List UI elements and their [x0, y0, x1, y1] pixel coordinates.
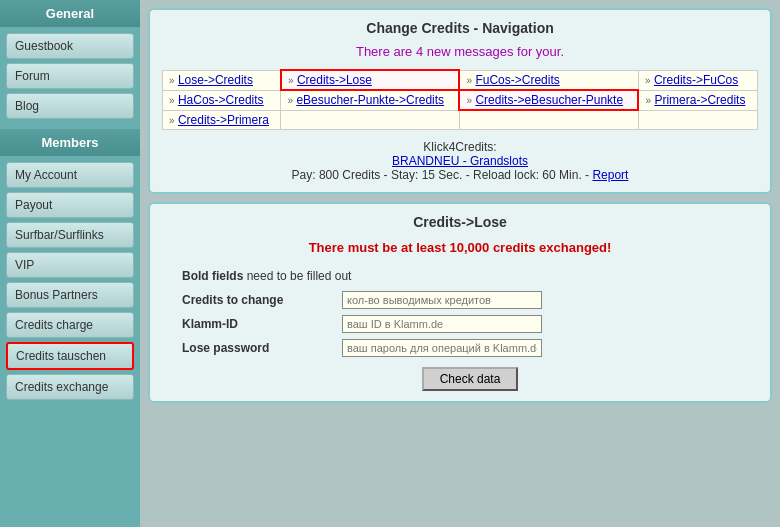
sidebar-item-credits-tauschen[interactable]: Credits tauschen — [6, 342, 134, 370]
nav-link-hacos-credits[interactable]: HaCos->Credits — [178, 93, 264, 107]
nav-link-credits-ebesucher[interactable]: Credits->eBesucher-Punkte — [475, 93, 623, 107]
nav-cell-primera-credits[interactable]: » Primera->Credits — [638, 90, 757, 110]
form-note-bold: Bold fields — [182, 269, 243, 283]
report-link[interactable]: Report — [592, 168, 628, 182]
nav-table: » Lose->Credits » Credits->Lose » FuCos-… — [162, 69, 758, 130]
sidebar-item-bonus-partners[interactable]: Bonus Partners — [6, 282, 134, 308]
nav-link-lose-credits[interactable]: Lose->Credits — [178, 73, 253, 87]
nav-link-ebesucher-credits[interactable]: eBesucher-Punkte->Credits — [296, 93, 444, 107]
prefix: » — [169, 95, 175, 106]
sidebar-item-vip[interactable]: VIP — [6, 252, 134, 278]
brand-link[interactable]: BRANDNEU - Grandslots — [392, 154, 528, 168]
main-content: Change Credits - Navigation There are 4 … — [140, 0, 780, 527]
sidebar-item-credits-exchange[interactable]: Credits exchange — [6, 374, 134, 400]
check-data-button[interactable]: Check data — [422, 367, 519, 391]
nav-cell-empty1 — [281, 110, 460, 130]
nav-link-fucos-credits[interactable]: FuCos->Credits — [475, 73, 559, 87]
nav-cell-hacos-credits[interactable]: » HaCos->Credits — [163, 90, 281, 110]
sidebar-item-payout[interactable]: Payout — [6, 192, 134, 218]
nav-cell-credits-fucos[interactable]: » Credits->FuCos — [638, 70, 757, 90]
sidebar-general-header: General — [0, 0, 140, 27]
sidebar: General Guestbook Forum Blog Members My … — [0, 0, 140, 527]
credits-lose-title: Credits->Lose — [162, 214, 758, 230]
form-row-klamm: Klamm-ID — [182, 315, 758, 333]
prefix: » — [287, 95, 293, 106]
nav-cell-ebesucher-credits[interactable]: » eBesucher-Punkte->Credits — [281, 90, 460, 110]
credits-to-change-input[interactable] — [342, 291, 542, 309]
nav-cell-fucos-credits[interactable]: » FuCos->Credits — [459, 70, 638, 90]
nav-link-primera-credits[interactable]: Primera->Credits — [654, 93, 745, 107]
nav-link-credits-fucos[interactable]: Credits->FuCos — [654, 73, 738, 87]
nav-panel: Change Credits - Navigation There are 4 … — [148, 8, 772, 194]
nav-cell-credits-primera[interactable]: » Credits->Primera — [163, 110, 281, 130]
nav-panel-message: There are 4 new messages for your. — [162, 44, 758, 59]
nav-cell-credits-ebesucher[interactable]: » Credits->eBesucher-Punkte — [459, 90, 638, 110]
nav-link-credits-primera[interactable]: Credits->Primera — [178, 113, 269, 127]
nav-cell-lose-credits[interactable]: » Lose->Credits — [163, 70, 281, 90]
prefix: » — [169, 115, 175, 126]
form-section: Bold fields need to be filled out Credit… — [182, 269, 758, 391]
form-note: Bold fields need to be filled out — [182, 269, 758, 283]
klick4credits-label: Klick4Credits: — [423, 140, 496, 154]
form-label-password: Lose password — [182, 341, 342, 355]
form-row-credits: Credits to change — [182, 291, 758, 309]
nav-cell-credits-lose[interactable]: » Credits->Lose — [281, 70, 460, 90]
form-note-suffix: need to be filled out — [243, 269, 351, 283]
sidebar-item-my-account[interactable]: My Account — [6, 162, 134, 188]
prefix: » — [466, 75, 472, 86]
pay-info: Pay: 800 Credits - Stay: 15 Sec. - Reloa… — [292, 168, 589, 182]
prefix: » — [288, 75, 294, 86]
sidebar-item-surfbar[interactable]: Surfbar/Surflinks — [6, 222, 134, 248]
nav-link-credits-lose[interactable]: Credits->Lose — [297, 73, 372, 87]
sidebar-item-credits-charge[interactable]: Credits charge — [6, 312, 134, 338]
sidebar-item-forum[interactable]: Forum — [6, 63, 134, 89]
prefix: » — [466, 95, 472, 106]
sidebar-item-guestbook[interactable]: Guestbook — [6, 33, 134, 59]
nav-cell-empty2 — [459, 110, 638, 130]
sidebar-members-header: Members — [0, 129, 140, 156]
prefix: » — [169, 75, 175, 86]
prefix: » — [645, 75, 651, 86]
form-label-klamm: Klamm-ID — [182, 317, 342, 331]
form-label-credits: Credits to change — [182, 293, 342, 307]
klick4credits-info: Klick4Credits: BRANDNEU - Grandslots Pay… — [162, 140, 758, 182]
nav-cell-empty3 — [638, 110, 757, 130]
form-row-password: Lose password — [182, 339, 758, 357]
error-message: There must be at least 10,000 credits ex… — [162, 240, 758, 255]
klamm-id-input[interactable] — [342, 315, 542, 333]
prefix: » — [645, 95, 651, 106]
lose-password-input[interactable] — [342, 339, 542, 357]
credits-lose-panel: Credits->Lose There must be at least 10,… — [148, 202, 772, 403]
sidebar-item-blog[interactable]: Blog — [6, 93, 134, 119]
nav-panel-title: Change Credits - Navigation — [162, 20, 758, 36]
